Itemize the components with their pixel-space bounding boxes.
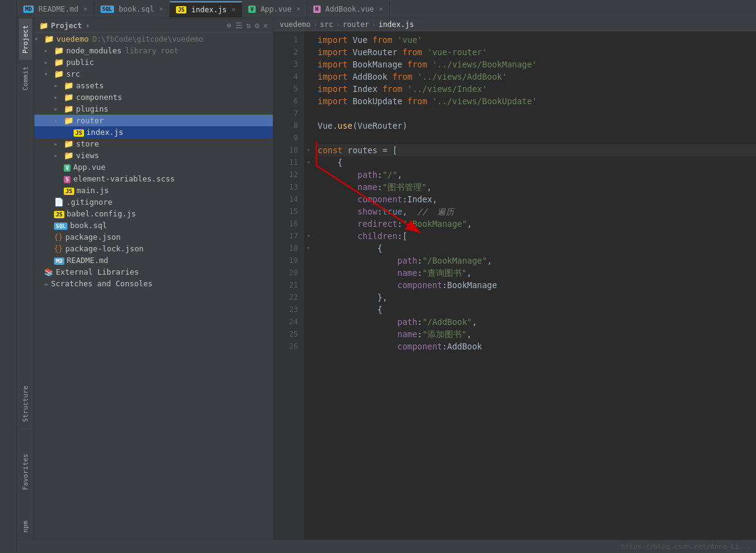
token: import xyxy=(318,95,348,107)
sidebar-tab-npm[interactable]: npm xyxy=(19,514,32,540)
tree-item-ext-lib[interactable]: 📚External Libraries xyxy=(34,266,273,278)
locate-file-btn[interactable]: ⊕ xyxy=(227,21,232,30)
tree-item-components[interactable]: ▸📁components xyxy=(34,91,273,103)
status-bar: https://blog.csdn.net/Anna_Li... xyxy=(17,540,756,553)
close-tree-btn[interactable]: ✕ xyxy=(263,21,268,30)
tree-item-element-scss[interactable]: Selement-variables.scss xyxy=(34,173,273,185)
tree-icon-gitignore: 📄 xyxy=(54,197,64,207)
tree-item-appvue-tree[interactable]: VApp.vue xyxy=(34,161,273,173)
tree-icon-babel-config: JS xyxy=(54,209,64,218)
fold-marker-18[interactable]: ▾ xyxy=(304,242,313,254)
tree-item-assets[interactable]: ▸📁assets xyxy=(34,80,273,91)
line-num-25: 25 xyxy=(273,328,304,340)
code-line-16: redirect:"/BookManage", xyxy=(318,218,756,230)
tree-icon-indexjs-tree: JS xyxy=(74,128,84,137)
tree-item-indexjs-tree[interactable]: JSindex.js xyxy=(34,126,273,138)
line-num-11: 11 xyxy=(273,156,304,169)
tree-arrow-node_modules: ▸ xyxy=(44,47,54,54)
line-num-13: 13 xyxy=(273,181,304,193)
tree-item-vuedemo-root[interactable]: ▾📁vuedemoD:\fbCode\gitcode\vuedemo xyxy=(34,33,273,45)
tab-icon-appvue: V xyxy=(248,6,255,13)
tab-close-indexjs[interactable]: × xyxy=(232,6,236,13)
tree-label-booksql-tree: book.sql xyxy=(70,221,107,230)
sidebar-tab-favorites[interactable]: Favorites xyxy=(19,448,32,497)
tab-icon-booksql: SQL xyxy=(101,6,114,13)
tree-item-package-lock[interactable]: {}package-lock.json xyxy=(34,243,273,254)
code-line-26: component:AddBook xyxy=(318,340,756,353)
tab-close-booksql[interactable]: × xyxy=(159,5,164,13)
fold-marker-22 xyxy=(304,291,313,303)
tree-label-element-scss: element-variables.scss xyxy=(73,174,175,183)
token: "查询图书" xyxy=(422,267,467,279)
tree-arrow-assets: ▸ xyxy=(54,82,64,89)
collapse-all-btn[interactable]: ☰ xyxy=(235,21,243,30)
token: path xyxy=(318,316,418,328)
token: from xyxy=(392,71,413,83)
tab-close-readme[interactable]: × xyxy=(83,5,88,13)
tree-item-views[interactable]: ▸📁views xyxy=(34,150,273,161)
tree-item-public[interactable]: ▸📁public xyxy=(34,56,273,68)
tree-icon-appvue-tree: V xyxy=(64,162,71,172)
sidebar-tab-structure[interactable]: Structure xyxy=(19,379,32,429)
tree-item-package-json[interactable]: {}package.json xyxy=(34,231,273,243)
token: import xyxy=(318,34,348,46)
tab-close-addbookvue[interactable]: × xyxy=(379,5,383,13)
tree-label-plugins: plugins xyxy=(76,104,109,113)
token: '../views/BookUpdate' xyxy=(427,95,537,107)
sidebar-tab-commit[interactable]: Commit xyxy=(19,59,32,97)
tab-indexjs[interactable]: JSindex.js× xyxy=(170,1,242,17)
tree-item-router[interactable]: ▾📁router xyxy=(34,115,273,126)
line-num-23: 23 xyxy=(273,303,304,316)
tree-item-mainjs-tree[interactable]: JSmain.js xyxy=(34,185,273,196)
fold-marker-17[interactable]: ▾ xyxy=(304,230,313,242)
tree-item-scratches[interactable]: ✏Scratches and Consoles xyxy=(34,278,273,289)
tree-label-components: components xyxy=(76,93,122,102)
tree-item-plugins[interactable]: ▸📁plugins xyxy=(34,103,273,115)
file-tree-content: ▾📁vuedemoD:\fbCode\gitcode\vuedemo▸📁node… xyxy=(34,33,273,540)
code-line-8: Vue.use(VueRouter) xyxy=(318,120,756,132)
token: : xyxy=(397,218,402,230)
fold-marker-26 xyxy=(304,340,313,353)
file-tree-actions: ⊕ ☰ ⇅ ⚙ ✕ xyxy=(227,21,268,30)
tree-label-public: public xyxy=(66,58,94,67)
sort-btn[interactable]: ⇅ xyxy=(246,21,251,30)
tree-label-indexjs-tree: index.js xyxy=(86,128,123,137)
tab-addbookvue[interactable]: HAddBook.vue× xyxy=(307,1,390,17)
tree-label-assets: assets xyxy=(76,81,104,90)
tree-item-gitignore[interactable]: 📄.gitignore xyxy=(34,196,273,208)
token: : xyxy=(418,267,422,279)
tree-item-node_modules[interactable]: ▸📁node_moduleslibrary root xyxy=(34,45,273,56)
token: "/BookManage" xyxy=(402,218,467,230)
tree-path-node_modules: library root xyxy=(125,47,178,55)
fold-marker-10[interactable]: ▾ xyxy=(304,144,313,156)
file-tree-title: 📁 Project ▾ xyxy=(39,21,90,30)
code-line-14: component:Index, xyxy=(318,193,756,205)
code-content[interactable]: 1234567891011121314151617181920212223242… xyxy=(273,31,756,540)
tree-icon-vuedemo-root: 📁 xyxy=(44,34,54,44)
sidebar-tab-project[interactable]: Project xyxy=(19,18,32,59)
tab-close-appvue[interactable]: × xyxy=(296,5,300,13)
tab-booksql[interactable]: SQLbook.sql× xyxy=(94,1,170,17)
token: : xyxy=(418,328,422,340)
tree-item-readme-tree[interactable]: MDREADME.md xyxy=(34,254,273,266)
tree-icon-readme-tree: MD xyxy=(54,256,64,265)
tree-item-store[interactable]: ▸📁store xyxy=(34,138,273,150)
breadcrumb-indexjs: index.js xyxy=(378,20,414,29)
token: BookManage xyxy=(348,58,408,71)
tree-item-booksql-tree[interactable]: SQLbook.sql xyxy=(34,219,273,231)
tab-readme[interactable]: MDREADME.md× xyxy=(17,1,94,17)
tree-icon-mainjs-tree: JS xyxy=(64,186,74,195)
tree-arrow-router: ▾ xyxy=(54,117,64,124)
breadcrumb: vuedemo › src › router › index.js xyxy=(273,18,756,31)
tree-item-babel-config[interactable]: JSbabel.config.js xyxy=(34,208,273,219)
tree-label-mainjs-tree: main.js xyxy=(77,186,109,195)
tree-item-src[interactable]: ▾📁src xyxy=(34,68,273,80)
fold-marker-16 xyxy=(304,218,313,230)
token: name xyxy=(318,267,418,279)
tab-appvue[interactable]: VApp.vue× xyxy=(242,1,307,17)
token: path xyxy=(318,254,418,267)
settings-btn[interactable]: ⚙ xyxy=(254,21,259,30)
tab-icon-addbookvue: H xyxy=(313,6,320,13)
tree-icon-assets: 📁 xyxy=(64,81,74,90)
fold-marker-11[interactable]: ▾ xyxy=(304,156,313,169)
